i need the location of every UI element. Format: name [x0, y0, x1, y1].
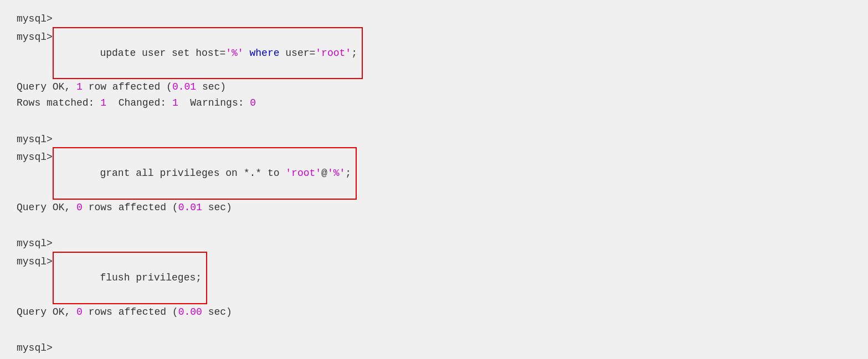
cmd-semi: ; — [351, 48, 357, 59]
result-number: 1 — [76, 79, 83, 95]
result-time-3: 0.00 — [178, 304, 202, 320]
mysql-prompt-final: mysql> — [17, 340, 53, 356]
result-number-2: 0 — [76, 200, 83, 216]
mysql-prompt: mysql> — [17, 29, 53, 45]
changed-text: Changed: — [106, 95, 172, 111]
rows-matched-num: 1 — [100, 95, 106, 111]
command-line-1: mysql> update user set host='%' where us… — [17, 27, 851, 79]
command-box-3: flush privileges; — [53, 252, 207, 304]
cmd-at: @ — [321, 168, 327, 179]
terminal-block-2: mysql> mysql> grant all privileges on *.… — [17, 132, 851, 216]
command-line-3: mysql> flush privileges; — [17, 252, 851, 304]
warnings-text: Warnings: — [178, 95, 250, 111]
cmd-semi2: ; — [345, 168, 351, 179]
command-box-1: update user set host='%' where user='roo… — [53, 27, 363, 79]
result-text-7: Query OK, — [17, 304, 76, 320]
prompt-line-final: mysql> — [17, 340, 851, 356]
command-line-2: mysql> grant all privileges on *.* to 'r… — [17, 147, 851, 199]
result-text: Query OK, — [17, 79, 76, 95]
command-box-2: grant all privileges on *.* to 'root'@'%… — [53, 147, 357, 199]
cmd-text-2: user= — [280, 48, 316, 59]
cmd-space — [244, 48, 250, 59]
mysql-prompt: mysql> — [17, 149, 53, 165]
terminal-block-4: mysql> — [17, 340, 851, 356]
mysql-prompt: mysql> — [17, 132, 53, 148]
prompt-line-1: mysql> — [17, 11, 851, 27]
result-number-3: 0 — [76, 304, 83, 320]
cmd-grant-text: grant all privileges on *.* to — [94, 168, 286, 179]
result-time: 0.01 — [172, 79, 196, 95]
cmd-root-string: 'root' — [285, 168, 321, 179]
mysql-prompt: mysql> — [17, 11, 53, 27]
mysql-prompt: mysql> — [17, 254, 53, 270]
result-line-1: Query OK, 1 row affected (0.01 sec) — [17, 79, 851, 95]
rows-matched-text: Rows matched: — [17, 95, 100, 111]
result-time-2: 0.01 — [178, 200, 202, 216]
result-text-8: rows affected ( — [83, 304, 178, 320]
spacer-1 — [17, 116, 851, 132]
spacer-2 — [17, 220, 851, 236]
cmd-flush-text: flush privileges; — [94, 272, 202, 283]
changed-num: 1 — [172, 95, 178, 111]
warnings-num: 0 — [250, 95, 256, 111]
result-line-3: Query OK, 0 rows affected (0.01 sec) — [17, 200, 851, 216]
result-line-2: Rows matched: 1 Changed: 1 Warnings: 0 — [17, 95, 851, 111]
terminal-block-1: mysql> mysql> update user set host='%' w… — [17, 11, 851, 111]
result-line-4: Query OK, 0 rows affected (0.00 sec) — [17, 304, 851, 320]
mysql-prompt: mysql> — [17, 236, 53, 252]
result-text-5: rows affected ( — [83, 200, 178, 216]
result-text-4: Query OK, — [17, 200, 76, 216]
prompt-line-3: mysql> — [17, 236, 851, 252]
cmd-string-2: 'root' — [315, 48, 351, 59]
result-text-3: sec) — [196, 79, 226, 95]
cmd-host-string: '%' — [327, 168, 345, 179]
cmd-string-1: '%' — [225, 48, 243, 59]
result-text-6: sec) — [202, 200, 232, 216]
spacer-3 — [17, 324, 851, 340]
terminal-block-3: mysql> mysql> flush privileges; Query OK… — [17, 236, 851, 320]
prompt-line-2: mysql> — [17, 132, 851, 148]
result-text-9: sec) — [202, 304, 232, 320]
result-text-2: row affected ( — [83, 79, 172, 95]
cmd-keyword-where: where — [249, 48, 279, 59]
cmd-text: update user set host= — [94, 48, 226, 59]
